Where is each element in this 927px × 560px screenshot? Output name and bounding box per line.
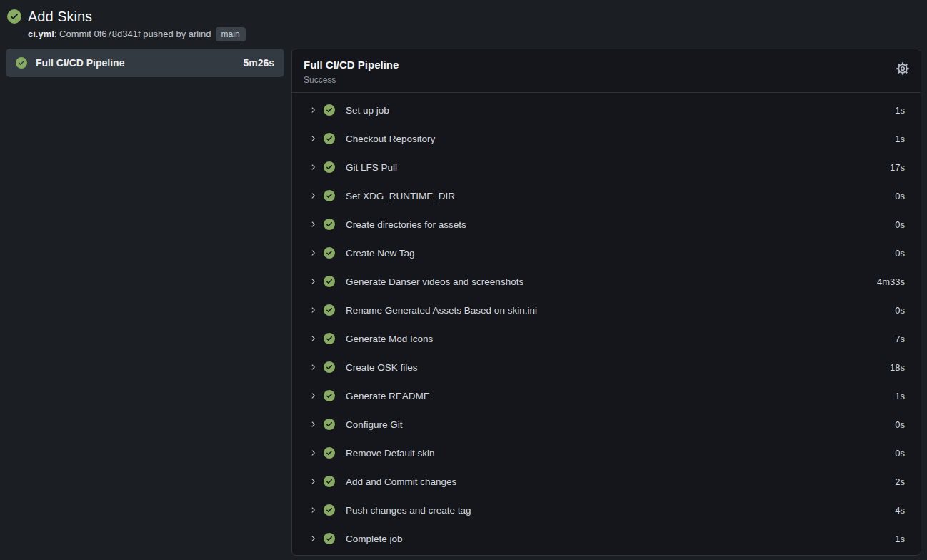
step-name: Checkout Repository xyxy=(346,134,435,144)
step-row[interactable]: Generate Danser videos and screenshots 4… xyxy=(292,267,921,296)
step-success-check-circle-icon xyxy=(324,219,335,230)
chevron-right-icon[interactable] xyxy=(309,249,317,257)
step-success-check-circle-icon xyxy=(324,161,335,173)
chevron-right-icon[interactable] xyxy=(309,191,317,200)
step-row[interactable]: Complete job 1s xyxy=(292,524,921,553)
job-panel-titles: Full CI/CD Pipeline Success xyxy=(304,58,399,85)
chevron-right-icon[interactable] xyxy=(309,420,317,429)
step-duration: 2s xyxy=(895,476,905,487)
step-success-check-circle-icon xyxy=(324,447,335,459)
step-row[interactable]: Configure Git 0s xyxy=(292,410,921,439)
chevron-right-icon[interactable] xyxy=(309,163,317,171)
run-title-row: Add Skins xyxy=(6,6,921,26)
step-success-check-circle-icon xyxy=(324,504,335,516)
step-success-check-circle-icon xyxy=(324,276,335,287)
job-duration: 5m26s xyxy=(243,57,274,69)
commit-text: : Commit 0f678d341f pushed by arlind xyxy=(54,29,211,39)
step-name: Git LFS Pull xyxy=(346,162,397,173)
step-row[interactable]: Rename Generated Assets Based on skin.in… xyxy=(292,296,921,324)
branch-badge[interactable]: main xyxy=(216,27,246,41)
step-name: Create directories for assets xyxy=(346,219,466,230)
job-panel-header: Full CI/CD Pipeline Success xyxy=(292,49,921,93)
step-success-check-circle-icon xyxy=(324,361,335,373)
step-name: Create New Tag xyxy=(346,248,415,259)
step-name: Generate README xyxy=(346,391,430,401)
step-success-check-circle-icon xyxy=(324,190,335,201)
step-duration: 1s xyxy=(895,534,905,544)
step-success-check-circle-icon xyxy=(324,247,335,259)
step-name: Generate Danser videos and screenshots xyxy=(346,276,523,287)
steps-list: Set up job 1s Checkout Repository 1s Git… xyxy=(292,93,921,556)
chevron-right-icon[interactable] xyxy=(309,449,317,457)
step-success-check-circle-icon xyxy=(324,133,335,144)
step-duration: 0s xyxy=(895,419,905,430)
step-duration: 18s xyxy=(890,362,905,373)
job-detail-panel: Full CI/CD Pipeline Success Set up job 1… xyxy=(291,49,921,556)
step-row[interactable]: Add and Commit changes 2s xyxy=(292,467,921,496)
step-duration: 1s xyxy=(895,134,905,144)
step-row[interactable]: Checkout Repository 1s xyxy=(292,124,921,153)
actions-run-page: Add Skins ci.yml: Commit 0f678d341f push… xyxy=(6,6,921,556)
step-success-check-circle-icon xyxy=(324,476,335,487)
chevron-right-icon[interactable] xyxy=(309,277,317,286)
job-success-check-circle-icon xyxy=(16,57,27,69)
step-success-check-circle-icon xyxy=(324,104,335,116)
step-row[interactable]: Create OSK files 18s xyxy=(292,353,921,381)
chevron-right-icon[interactable] xyxy=(309,363,317,371)
step-name: Set up job xyxy=(346,105,389,116)
step-success-check-circle-icon xyxy=(324,419,335,430)
step-duration: 17s xyxy=(890,162,905,173)
step-name: Rename Generated Assets Based on skin.in… xyxy=(346,305,537,316)
run-content: Full CI/CD Pipeline 5m26s Full CI/CD Pip… xyxy=(6,49,921,556)
run-header: Add Skins ci.yml: Commit 0f678d341f push… xyxy=(6,6,921,41)
run-subtitle: ci.yml: Commit 0f678d341f pushed by arli… xyxy=(28,27,921,41)
run-success-check-circle-icon xyxy=(7,9,21,24)
step-row[interactable]: Generate Mod Icons 7s xyxy=(292,324,921,353)
step-duration: 4s xyxy=(895,505,905,516)
workflow-file-link[interactable]: ci.yml xyxy=(28,29,54,39)
job-panel-title: Full CI/CD Pipeline xyxy=(304,58,399,72)
step-name: Create OSK files xyxy=(346,362,418,373)
chevron-right-icon[interactable] xyxy=(309,534,317,543)
step-duration: 0s xyxy=(895,305,905,316)
step-name: Push changes and create tag xyxy=(346,505,471,516)
chevron-right-icon[interactable] xyxy=(309,391,317,400)
step-name: Configure Git xyxy=(346,419,403,430)
chevron-right-icon[interactable] xyxy=(309,477,317,486)
step-duration: 0s xyxy=(895,191,905,201)
chevron-right-icon[interactable] xyxy=(309,106,317,114)
job-name: Full CI/CD Pipeline xyxy=(36,57,234,69)
step-success-check-circle-icon xyxy=(324,533,335,544)
step-row[interactable]: Set XDG_RUNTIME_DIR 0s xyxy=(292,181,921,210)
step-name: Set XDG_RUNTIME_DIR xyxy=(346,191,455,201)
step-duration: 0s xyxy=(895,448,905,459)
step-success-check-circle-icon xyxy=(324,390,335,401)
step-row[interactable]: Set up job 1s xyxy=(292,96,921,124)
step-name: Remove Default skin xyxy=(346,448,435,459)
step-row[interactable]: Git LFS Pull 17s xyxy=(292,153,921,181)
step-duration: 1s xyxy=(895,391,905,401)
step-duration: 7s xyxy=(895,334,905,344)
step-duration: 0s xyxy=(895,219,905,230)
step-success-check-circle-icon xyxy=(324,304,335,316)
chevron-right-icon[interactable] xyxy=(309,220,317,229)
step-row[interactable]: Generate README 1s xyxy=(292,381,921,410)
step-name: Generate Mod Icons xyxy=(346,334,433,344)
step-duration: 4m33s xyxy=(877,276,905,287)
chevron-right-icon[interactable] xyxy=(309,334,317,343)
chevron-right-icon[interactable] xyxy=(309,506,317,514)
step-row[interactable]: Create New Tag 0s xyxy=(292,239,921,267)
chevron-right-icon[interactable] xyxy=(309,306,317,314)
chevron-right-icon[interactable] xyxy=(309,134,317,143)
gear-icon[interactable] xyxy=(896,62,909,75)
run-title: Add Skins xyxy=(28,7,92,26)
step-row[interactable]: Remove Default skin 0s xyxy=(292,439,921,467)
step-success-check-circle-icon xyxy=(324,333,335,344)
step-duration: 1s xyxy=(895,105,905,116)
step-row[interactable]: Push changes and create tag 4s xyxy=(292,496,921,524)
job-item-full-ci-cd-pipeline[interactable]: Full CI/CD Pipeline 5m26s xyxy=(6,49,284,77)
step-row[interactable]: Create directories for assets 0s xyxy=(292,210,921,239)
step-name: Complete job xyxy=(346,534,403,544)
job-status-text: Success xyxy=(304,75,399,85)
step-duration: 0s xyxy=(895,248,905,259)
